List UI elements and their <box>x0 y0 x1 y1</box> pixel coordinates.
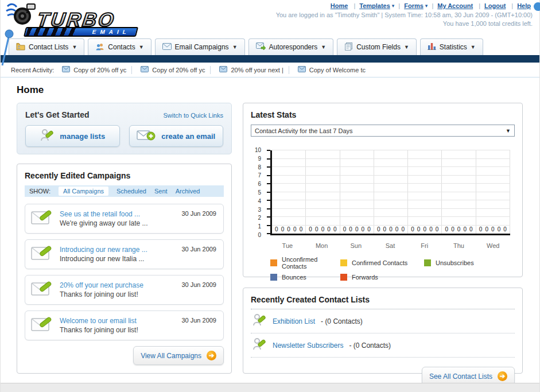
bar-value-label: 0 <box>362 226 365 232</box>
recent-activity-bar: Recent Activity: Copy of 20% off yc <box>1 63 539 77</box>
contact-list-count: - (0 Contacts) <box>349 341 391 350</box>
create-email-button[interactable]: create an email <box>129 125 224 147</box>
bar-value-labels: 00000 <box>374 226 407 232</box>
campaign-filters: All Campaigns Scheduled Sent Archived <box>59 188 200 195</box>
bar-value-label: 0 <box>287 226 290 232</box>
person-pencil-icon <box>40 128 55 145</box>
switch-quick-links[interactable]: Switch to Quick Links <box>163 112 223 119</box>
utility-nav-item[interactable]: My Account <box>428 2 475 9</box>
chevron-down-icon: ▼ <box>232 44 238 50</box>
stats-period-select[interactable]: Contact Activity for the Last 7 Days ▼ <box>251 125 515 137</box>
manage-lists-button[interactable]: manage lists <box>25 125 120 147</box>
arrow-right-icon: ➔ <box>498 371 507 381</box>
nav-tab[interactable]: Statistics ▼ <box>420 38 483 55</box>
x-tick-label: Wed <box>476 242 510 249</box>
legend-item: Unsubscribes <box>424 256 515 270</box>
gridline <box>272 166 510 167</box>
bar-value-label: 0 <box>281 226 285 232</box>
contact-list-link[interactable]: Exhibition List <box>273 317 315 325</box>
y-tick-label: 6 <box>258 181 261 187</box>
chart-day-column: 00000 <box>374 150 408 234</box>
recent-activity-item[interactable]: Copy of 20% off yc <box>62 66 126 73</box>
legend-label: Bounces <box>282 274 306 281</box>
campaign-filter[interactable]: Scheduled <box>116 188 146 195</box>
campaign-date: 30 Jun 2009 <box>181 246 216 253</box>
contact-list-item[interactable]: Newsletter Subscribers - (0 Contacts) <box>251 333 515 358</box>
envelope-plus-icon <box>137 129 156 144</box>
bar-value-label: 0 <box>457 226 461 232</box>
left-column: Let's Get Started Switch to Quick Links <box>17 103 232 374</box>
contact-list-item[interactable]: Exhibition List - (0 Contacts) <box>251 309 515 333</box>
bar-value-label: 0 <box>485 226 488 232</box>
recent-activity-item[interactable]: Copy of 20% off yc <box>126 66 205 74</box>
utility-nav-item[interactable]: Help <box>507 2 533 9</box>
campaign-filter[interactable]: Sent <box>154 188 168 195</box>
login-line: You are logged in as "Timothy Smith" | S… <box>276 11 533 20</box>
bar-value-label: 0 <box>503 226 507 232</box>
turbo-email-logo: TURBO EMAIL <box>5 2 160 37</box>
x-tick-label: Sun <box>339 242 373 249</box>
bar-value-label: 0 <box>293 226 297 232</box>
utility-nav-link: Help <box>517 2 531 9</box>
utility-nav-item[interactable]: Logout <box>475 2 507 9</box>
get-started-title: Let's Get Started <box>25 110 89 119</box>
campaign-item[interactable]: Introducing our new range ... Introducin… <box>25 239 224 269</box>
legend-swatch <box>340 259 347 266</box>
legend-label: Forwards <box>352 274 378 281</box>
recent-activity-label: Recent Activity: <box>11 67 54 73</box>
campaign-title-link[interactable]: Introducing our new range ... <box>60 245 147 254</box>
get-started-panel: Let's Get Started Switch to Quick Links <box>17 103 232 154</box>
chart-day-column: 00000 <box>272 150 306 234</box>
campaign-item[interactable]: 20% off your next purchase Thanks for jo… <box>25 275 224 305</box>
y-tick-label: 7 <box>258 172 261 178</box>
recent-activity-item[interactable]: Copy of Welcome tc <box>283 66 366 74</box>
view-all-campaigns-button[interactable]: View All Campaigns ➔ <box>133 346 224 365</box>
chart-y-axis: 012345678910 <box>251 150 267 235</box>
chart-day-column: 00000 <box>442 150 476 234</box>
contact-list-link[interactable]: Newsletter Subscribers <box>273 341 343 350</box>
x-tick-label: Mon <box>305 242 339 249</box>
utility-nav-item[interactable]: Home <box>331 2 350 9</box>
gridline <box>272 192 510 192</box>
nav-tab[interactable]: Autoresponders ▼ <box>248 38 334 55</box>
legend-item: Forwards <box>340 274 424 281</box>
campaign-subtitle: We're giving away our late ... <box>60 219 147 228</box>
y-tick-label: 9 <box>258 156 261 162</box>
nav-tab[interactable]: Contacts ▼ <box>88 38 151 55</box>
campaign-filter[interactable]: All Campaigns <box>59 187 108 196</box>
bar-value-label: 0 <box>411 226 414 232</box>
turbo-logo-icon <box>5 2 37 29</box>
recent-activity-item[interactable]: 20% off your next | <box>205 66 283 74</box>
campaign-item[interactable]: See us at the retail food ... We're givi… <box>25 204 224 234</box>
campaign-title-link[interactable]: Welcome to our email list <box>60 316 138 325</box>
bar-value-labels: 00000 <box>272 226 305 232</box>
statistics-icon <box>428 42 436 52</box>
bar-value-label: 0 <box>355 226 359 232</box>
contact-list-items: Exhibition List - (0 Contacts) <box>251 309 515 358</box>
envelope-icon <box>62 66 70 73</box>
utility-nav-item[interactable]: Forms ▾ <box>394 2 428 9</box>
custom-fields-icon <box>344 42 353 52</box>
y-tick-label: 10 <box>255 147 261 153</box>
nav-tab[interactable]: Custom Fields ▼ <box>337 38 417 55</box>
utility-nav: Home Templates ▾ Forms ▾ My Accoun <box>276 2 533 9</box>
chart-day-column: 00000 <box>476 150 510 234</box>
bar-value-label: 0 <box>327 226 331 232</box>
campaign-filter[interactable]: Archived <box>176 188 200 195</box>
legend-swatch <box>424 259 431 266</box>
y-tick-mark <box>267 150 270 151</box>
contact-activity-chart: 012345678910 000000000000000000000000000… <box>251 150 515 249</box>
campaign-title-link[interactable]: See us at the retail food ... <box>60 209 147 219</box>
nav-tab[interactable]: Contact Lists ▼ <box>9 38 84 55</box>
y-tick-label: 8 <box>258 164 261 170</box>
utility-nav-item[interactable]: Templates ▾ <box>349 2 394 9</box>
bar-value-label: 0 <box>498 226 501 232</box>
y-tick-label: 3 <box>258 207 261 213</box>
campaign-item[interactable]: Welcome to our email list Thanks for joi… <box>25 311 224 340</box>
campaign-title-link[interactable]: 20% off your next purchase <box>60 281 143 290</box>
bar-value-label: 0 <box>377 226 380 232</box>
gridline <box>272 200 510 200</box>
logo-stripes <box>26 28 79 36</box>
bar-value-label: 0 <box>401 226 405 232</box>
nav-tab[interactable]: Email Campaigns ▼ <box>155 38 245 55</box>
